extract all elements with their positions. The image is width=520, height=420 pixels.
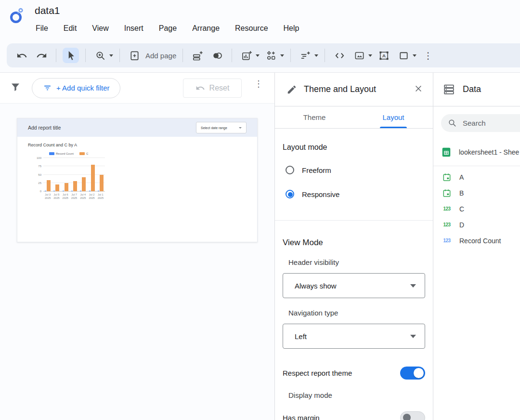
blend-data-button[interactable] (209, 48, 225, 63)
y-tick-label: 25 (35, 182, 41, 184)
add-filter-icon (297, 48, 313, 63)
data-panel-header: Data (433, 73, 520, 106)
canvas-column: + Add quick filter Reset ⋮ Add report ti… (0, 73, 274, 420)
report-page-preview[interactable]: Add report title Select date range Recor… (17, 118, 258, 242)
field-row-b[interactable]: B (441, 185, 520, 201)
google-sheets-icon (441, 147, 452, 158)
close-panel-button[interactable] (414, 84, 423, 95)
zoom-tool[interactable] (92, 48, 113, 63)
chevron-down-icon (256, 54, 260, 57)
report-title[interactable]: data1 (35, 5, 60, 16)
bar-c (65, 183, 68, 191)
toolbar-separator (232, 49, 232, 62)
bar-group (53, 184, 59, 191)
bar-series (43, 158, 105, 191)
add-page-button[interactable]: Add page (126, 48, 176, 63)
add-data-button[interactable] (189, 48, 206, 63)
data-panel-title: Data (463, 84, 481, 94)
chevron-down-icon (368, 54, 372, 57)
section-divider (275, 220, 433, 221)
radio-selected-icon (286, 190, 294, 198)
menu-edit[interactable]: Edit (63, 23, 78, 34)
toolbar-separator (290, 49, 291, 62)
field-row-record-count[interactable]: 123Record Count (441, 233, 520, 249)
chevron-down-icon (410, 335, 416, 338)
field-row-c[interactable]: 123C (441, 201, 520, 217)
legend-item: C (79, 152, 88, 155)
data-source-label: lookersheet1 - Shee (459, 148, 519, 156)
y-tick-label: 75 (35, 165, 41, 168)
report-canvas[interactable]: Add report title Select date range Recor… (0, 104, 274, 420)
undo-button[interactable] (13, 48, 30, 63)
x-tick-label: Jul 5 2025 (53, 193, 59, 200)
radio-option-freeform[interactable]: Freeform (283, 164, 425, 176)
navigation-type-select[interactable]: Left (283, 324, 425, 349)
filter-bar-more-button[interactable]: ⋮ (254, 79, 263, 89)
bar-c (55, 184, 59, 191)
legend-label: C (86, 152, 88, 155)
menu-insert[interactable]: Insert (123, 23, 144, 34)
redo-button[interactable] (33, 48, 50, 63)
toolbar-separator (182, 49, 183, 62)
menu-view[interactable]: View (91, 23, 109, 34)
chart-legend: Record CountC (49, 152, 245, 155)
numeric-icon: 123 (443, 206, 450, 211)
bar-group (89, 165, 95, 191)
menu-page[interactable]: Page (158, 23, 178, 34)
y-tick-label: 50 (35, 173, 41, 176)
shape-icon (395, 48, 412, 63)
add-quick-filter-button[interactable]: + Add quick filter (32, 78, 120, 98)
bar-c (91, 165, 95, 191)
filter-list-icon (43, 83, 52, 92)
menu-arrange[interactable]: Arrange (191, 23, 221, 34)
display-mode-label: Display mode (283, 391, 425, 399)
search-input[interactable] (463, 119, 520, 127)
date-range-label: Select date range (201, 126, 227, 130)
report-title-placeholder[interactable]: Add report title (28, 125, 61, 131)
bar-group (80, 177, 86, 191)
add-control-button[interactable] (263, 48, 284, 63)
x-tick-label: Jul 6 2025 (63, 193, 68, 200)
field-label: D (459, 221, 464, 229)
select-cursor-tool[interactable] (63, 48, 79, 63)
shape-button[interactable] (395, 48, 416, 63)
chevron-down-icon (239, 127, 242, 129)
embed-code-button[interactable] (331, 48, 348, 63)
has-margin-label: Has margin (283, 414, 320, 420)
has-margin-toggle[interactable] (400, 411, 425, 420)
mini-bar-chart[interactable]: Record Count and C by A Record CountC Ju… (28, 143, 245, 229)
add-filter-button[interactable] (297, 48, 318, 63)
field-row-d[interactable]: 123D (441, 217, 520, 233)
quick-filter-bar: + Add quick filter Reset ⋮ (0, 73, 274, 104)
date-range-control[interactable]: Select date range (196, 122, 247, 133)
field-row-a[interactable]: A (441, 169, 520, 185)
tab-layout[interactable]: Layout (354, 106, 433, 128)
data-source-row[interactable]: lookersheet1 - Shee (441, 144, 520, 161)
filter-funnel-icon (10, 81, 21, 95)
toolbar-more-button[interactable]: ⋮ (420, 48, 436, 63)
chart-plot-area: Jul 3 2025Jul 5 2025Jul 6 2025Jul 7 2025… (35, 157, 112, 205)
toolbar-separator (56, 49, 56, 62)
report-page-header: Add report title Select date range (17, 118, 257, 137)
menu-help[interactable]: Help (283, 23, 300, 34)
chevron-down-icon (280, 54, 284, 57)
tab-theme[interactable]: Theme (275, 106, 354, 128)
respect-report-theme-row: Respect report theme (283, 366, 425, 380)
menu-file[interactable]: File (35, 23, 49, 34)
toolbar-separator (325, 49, 325, 62)
radio-option-responsive[interactable]: Responsive (283, 188, 425, 200)
looker-studio-logo[interactable] (8, 6, 26, 25)
add-page-label: Add page (145, 52, 176, 60)
reset-button[interactable]: Reset (183, 79, 242, 98)
menu-bar: FileEditViewInsertPageArrangeResourceHel… (35, 23, 300, 34)
toolbar-separator (85, 49, 86, 62)
add-chart-button[interactable] (238, 48, 260, 63)
text-box-button[interactable]: A (376, 48, 392, 63)
view-mode-heading: View Mode (283, 238, 425, 248)
field-search-box[interactable] (441, 114, 520, 132)
field-label: Record Count (459, 237, 501, 245)
menu-resource[interactable]: Resource (234, 23, 269, 34)
respect-report-theme-toggle[interactable] (400, 367, 425, 380)
header-visibility-select[interactable]: Always show (283, 273, 425, 298)
image-button[interactable] (351, 48, 372, 63)
